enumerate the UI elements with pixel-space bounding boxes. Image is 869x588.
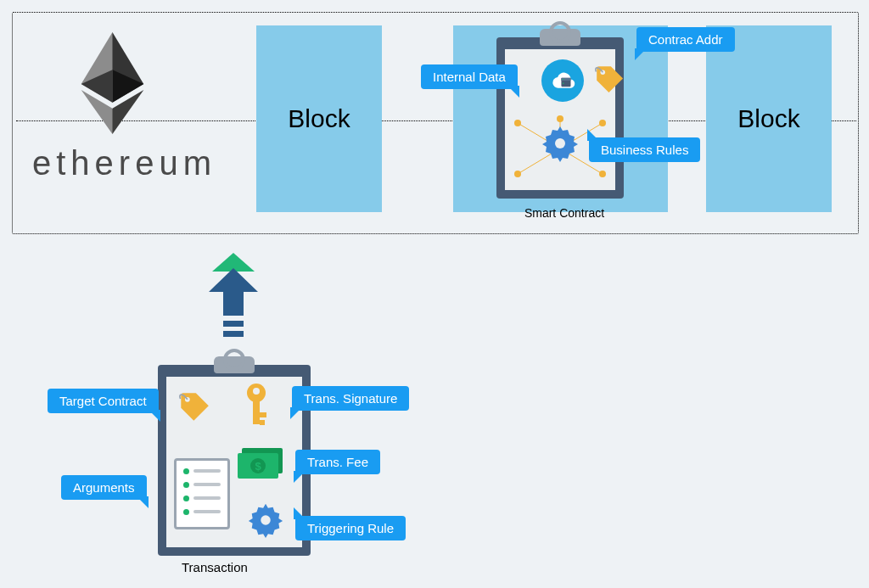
price-tag-icon — [178, 390, 212, 424]
gear-icon — [246, 501, 285, 540]
callout-triggering-rule: Triggering Rule — [295, 516, 406, 540]
svg-rect-29 — [253, 400, 260, 424]
svg-marker-23 — [209, 268, 258, 316]
svg-rect-24 — [223, 321, 244, 327]
svg-point-28 — [253, 388, 260, 395]
money-icon: $ — [238, 448, 284, 479]
callout-trans-signature: Trans. Signature — [292, 386, 409, 411]
blockchain-container — [12, 12, 859, 234]
list-icon — [174, 458, 230, 529]
svg-rect-31 — [260, 420, 265, 425]
upload-arrow-icon — [204, 253, 263, 363]
key-icon — [239, 382, 273, 428]
svg-rect-25 — [223, 331, 244, 337]
svg-rect-30 — [260, 412, 266, 417]
callout-trans-fee: Trans. Fee — [295, 450, 380, 474]
clipboard-clip-icon — [214, 356, 255, 373]
callout-target-contract: Target Contract — [48, 389, 159, 413]
callout-arguments: Arguments — [61, 475, 147, 500]
svg-text:$: $ — [255, 460, 261, 473]
svg-point-36 — [261, 515, 271, 525]
transaction-label: Transaction — [182, 560, 248, 574]
